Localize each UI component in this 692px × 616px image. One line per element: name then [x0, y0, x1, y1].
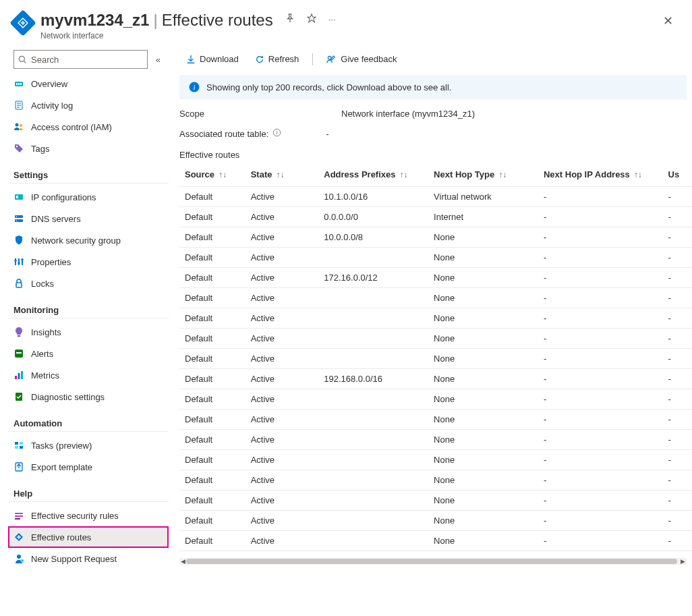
column-header-us[interactable]: Us [663, 164, 692, 187]
cell-prefix [318, 349, 428, 369]
cell-source: Default [179, 410, 246, 430]
close-icon[interactable]: ✕ [658, 11, 679, 31]
sidebar-item-access-control-iam-[interactable]: Access control (IAM) [8, 116, 169, 138]
scroll-left-arrow[interactable]: ◀ [181, 558, 185, 565]
sidebar-item-label: Insights [31, 327, 61, 337]
sidebar-item-diagnostic-settings[interactable]: Diagnostic settings [8, 386, 169, 408]
favorite-icon[interactable] [304, 11, 319, 28]
table-row[interactable]: Default Active None - - [179, 349, 692, 369]
search-input[interactable]: Search [13, 50, 148, 69]
sidebar-item-label: Metrics [31, 370, 59, 381]
horizontal-scrollbar[interactable]: ◀ ▶ [179, 558, 687, 565]
cell-hop-ip: - [538, 349, 663, 369]
dns-icon [13, 213, 24, 224]
cell-state: Active [246, 329, 319, 349]
sidebar-item-overview[interactable]: Overview [8, 73, 169, 94]
sidebar-item-metrics[interactable]: Metrics [8, 364, 169, 386]
help-icon[interactable]: i [272, 128, 281, 139]
sidebar-item-label: DNS servers [31, 214, 81, 224]
sort-icon[interactable]: ↑↓ [277, 170, 285, 179]
table-row[interactable]: Default Active None - - [179, 491, 692, 511]
cell-prefix: 10.1.0.0/16 [318, 187, 428, 207]
table-row[interactable]: Default Active None - - [179, 389, 692, 410]
sidebar-item-tags[interactable]: Tags [8, 138, 169, 159]
cell-hop-ip: - [538, 329, 663, 349]
sidebar-item-ip-configurations[interactable]: IP configurations [8, 186, 169, 208]
refresh-button[interactable]: Refresh [248, 51, 306, 67]
sidebar-item-label: Effective routes [31, 532, 91, 542]
table-row[interactable]: Default Active 192.168.0.0/16 None - - [179, 369, 692, 389]
collapse-sidebar-icon[interactable]: « [153, 52, 163, 67]
table-row[interactable]: Default Active 10.1.0.0/16 Virtual netwo… [179, 187, 692, 207]
sidebar-item-tasks-preview-[interactable]: Tasks (preview) [8, 435, 169, 456]
cell-user: - [663, 308, 692, 329]
table-row[interactable]: Default Active None - - [179, 308, 692, 329]
sidebar-item-alerts[interactable]: Alerts [8, 343, 169, 364]
svg-rect-29 [15, 376, 17, 379]
sidebar-item-label: Export template [31, 462, 92, 472]
column-header-state[interactable]: State↑↓ [246, 164, 319, 187]
sidebar-item-effective-routes[interactable]: Effective routes [8, 526, 169, 548]
svg-rect-30 [18, 373, 20, 379]
cell-prefix [318, 470, 428, 491]
toolbar: Download Refresh Give feedback [179, 50, 692, 75]
table-row[interactable]: Default Active None - - [179, 450, 692, 470]
cell-hop-ip: - [538, 511, 663, 531]
table-row[interactable]: Default Active None - - [179, 470, 692, 491]
cell-prefix: 0.0.0.0/0 [318, 207, 428, 227]
column-header-next-hop-ip-address[interactable]: Next Hop IP Address↑↓ [538, 164, 663, 187]
scroll-right-arrow[interactable]: ▶ [681, 558, 685, 565]
sort-icon[interactable]: ↑↓ [400, 170, 408, 179]
toolbar-separator [312, 53, 313, 65]
cell-source: Default [179, 531, 246, 551]
feedback-button[interactable]: Give feedback [320, 51, 403, 67]
cell-hop-type: None [428, 349, 538, 369]
table-row[interactable]: Default Active 0.0.0.0/0 Internet - - [179, 207, 692, 227]
sidebar-item-locks[interactable]: Locks [8, 273, 169, 294]
cell-hop-type: None [428, 491, 538, 511]
cell-hop-ip: - [538, 288, 663, 308]
more-icon[interactable]: ··· [326, 11, 339, 27]
associated-table-label: Associated route table: [179, 129, 268, 139]
nic-icon [13, 78, 24, 89]
cell-state: Active [246, 207, 319, 227]
sidebar-section-automation: Automation [8, 412, 169, 432]
table-row[interactable]: Default Active None - - [179, 288, 692, 308]
sidebar-item-effective-security-rules[interactable]: Effective security rules [8, 505, 169, 526]
scrollbar-thumb[interactable] [186, 559, 677, 564]
sort-icon[interactable]: ↑↓ [634, 170, 642, 179]
cell-hop-ip: - [538, 531, 663, 551]
sidebar-item-export-template[interactable]: Export template [8, 456, 169, 478]
download-button[interactable]: Download [179, 51, 246, 67]
tag-icon [13, 143, 24, 154]
sidebar-item-network-security-group[interactable]: Network security group [8, 229, 169, 251]
column-header-address-prefixes[interactable]: Address Prefixes↑↓ [318, 164, 428, 187]
table-row[interactable]: Default Active None - - [179, 410, 692, 430]
cell-source: Default [179, 430, 246, 450]
sidebar-item-dns-servers[interactable]: DNS servers [8, 208, 169, 229]
table-row[interactable]: Default Active 10.0.0.0/8 None - - [179, 227, 692, 248]
cell-source: Default [179, 389, 246, 410]
support-icon: ? [13, 553, 24, 564]
table-row[interactable]: Default Active None - - [179, 531, 692, 551]
sidebar-item-activity-log[interactable]: Activity log [8, 94, 169, 116]
table-row[interactable]: Default Active None - - [179, 511, 692, 531]
sort-icon[interactable]: ↑↓ [219, 170, 227, 179]
title-separator: | [153, 11, 157, 30]
table-row[interactable]: Default Active None - - [179, 329, 692, 349]
sidebar-item-properties[interactable]: Properties [8, 251, 169, 273]
table-row[interactable]: Default Active None - - [179, 430, 692, 450]
sort-icon[interactable]: ↑↓ [498, 170, 507, 179]
pin-icon[interactable] [283, 11, 297, 28]
svg-rect-13 [15, 194, 23, 200]
sidebar-item-insights[interactable]: Insights [8, 321, 169, 343]
column-header-source[interactable]: Source↑↓ [179, 164, 246, 187]
cell-hop-ip: - [538, 227, 663, 248]
table-row[interactable]: Default Active None - - [179, 248, 692, 268]
info-bar: i Showing only top 200 records, click Do… [179, 75, 687, 99]
table-row[interactable]: Default Active 172.16.0.0/12 None - - [179, 268, 692, 288]
sidebar-item-label: Effective security rules [31, 511, 119, 521]
sidebar-item-new-support-request[interactable]: ? New Support Request [8, 548, 169, 569]
column-header-next-hop-type[interactable]: Next Hop Type↑↓ [428, 164, 538, 187]
sidebar-item-label: Tasks (preview) [31, 441, 92, 451]
